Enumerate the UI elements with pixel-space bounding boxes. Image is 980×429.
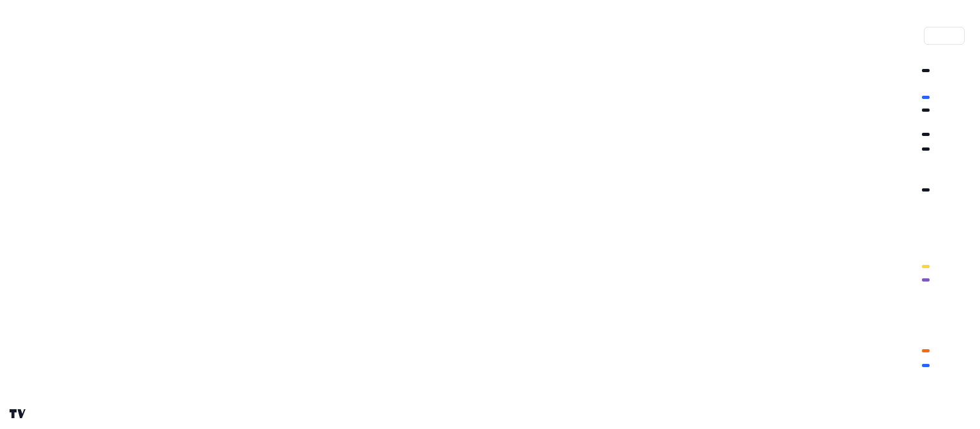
level-price-badge [922, 188, 930, 192]
stoch-d-value-badge [922, 349, 930, 352]
last-price-badge [922, 109, 930, 112]
level-price-badge [922, 147, 930, 151]
level-price-badge [922, 69, 930, 72]
tradingview-logo-icon [9, 407, 26, 420]
tradingview-published-chart [0, 0, 980, 429]
level-price-badge [922, 133, 930, 136]
chart-canvas[interactable] [0, 0, 980, 429]
quote-currency-button[interactable] [924, 27, 965, 45]
tradingview-logo[interactable] [9, 407, 30, 420]
symbol-title-row [14, 29, 54, 40]
rsi-value-badge [922, 278, 930, 282]
ema-value-badge [922, 96, 930, 99]
rsi-ma-value-badge [922, 265, 930, 268]
stoch-k-value-badge [922, 364, 930, 367]
